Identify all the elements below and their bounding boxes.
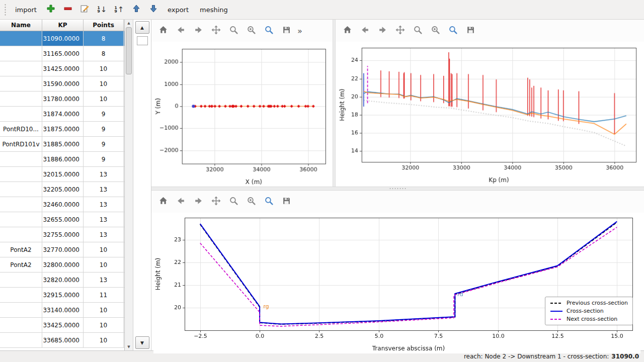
cell-points[interactable]: 13 (84, 167, 124, 182)
toolbar-grip[interactable] (4, 4, 7, 16)
customize-button[interactable] (261, 23, 276, 38)
table-row[interactable]: PontA232770.000010 (0, 242, 124, 257)
table-row[interactable]: 32655.000013 (0, 212, 124, 227)
scrollbar-track[interactable] (125, 27, 133, 343)
save-button[interactable] (463, 23, 478, 38)
back-button[interactable] (357, 23, 372, 38)
cell-kp[interactable]: 31425.0000 (42, 61, 84, 76)
cell-name[interactable] (0, 288, 42, 302)
forward-button[interactable] (375, 23, 390, 38)
export-button[interactable]: export (163, 4, 193, 16)
cell-points[interactable]: 10 (84, 76, 124, 91)
pan-button[interactable] (208, 194, 223, 209)
cell-kp[interactable]: 31165.0000 (42, 46, 84, 61)
plan-plot-canvas[interactable] (153, 43, 332, 187)
cell-points[interactable]: 11 (84, 288, 124, 302)
table-row[interactable]: PontRD10...31875.00009 (0, 122, 124, 137)
profile-plot-canvas[interactable] (338, 43, 643, 185)
cross-section-canvas[interactable] (153, 213, 640, 353)
back-button[interactable] (173, 194, 188, 209)
panel-scroll-up-button[interactable]: ▲ (135, 21, 149, 34)
cell-points[interactable]: 13 (84, 212, 124, 227)
cell-points[interactable]: 9 (84, 107, 124, 121)
cell-points[interactable]: 10 (84, 61, 124, 76)
table-row[interactable]: 31780.000010 (0, 92, 124, 107)
scrollbar-thumb[interactable] (126, 27, 132, 74)
panel-scroll-down-button[interactable]: ▼ (135, 336, 149, 349)
scrollbar-up-button[interactable]: ▲ (125, 20, 133, 27)
cell-kp[interactable]: 33685.0000 (42, 333, 84, 347)
table-row[interactable]: 32205.000013 (0, 182, 124, 197)
zoom-button[interactable] (410, 23, 425, 38)
cell-points[interactable]: 13 (84, 197, 124, 212)
horizontal-splitter[interactable] (151, 187, 644, 191)
table-row[interactable]: 33140.000010 (0, 303, 124, 318)
cell-points[interactable]: 13 (84, 182, 124, 197)
forward-button[interactable] (191, 194, 206, 209)
forward-button[interactable] (191, 23, 206, 38)
cell-name[interactable] (0, 273, 42, 287)
cell-kp[interactable]: 32015.0000 (42, 167, 84, 182)
cell-name[interactable] (0, 61, 42, 76)
zoom-button[interactable] (226, 194, 241, 209)
table-row[interactable]: PontRD101v31885.00009 (0, 137, 124, 152)
table-row[interactable]: PontA232800.000010 (0, 257, 124, 273)
cell-points[interactable]: 8 (84, 31, 124, 46)
cell-name[interactable] (0, 92, 42, 106)
cell-kp[interactable]: 31090.0000 (42, 31, 84, 46)
customize-button[interactable] (445, 23, 460, 38)
table-row[interactable]: 32460.000013 (0, 197, 124, 212)
table-row[interactable]: 32915.000011 (0, 288, 124, 303)
cell-name[interactable] (0, 107, 42, 121)
pan-button[interactable] (392, 23, 408, 38)
cell-kp[interactable]: 32205.0000 (42, 182, 84, 197)
table-row[interactable]: 33685.000010 (0, 333, 124, 348)
back-button[interactable] (173, 23, 188, 38)
cell-name[interactable] (0, 31, 42, 46)
cell-name[interactable] (0, 46, 42, 61)
cell-kp[interactable]: 32800.0000 (42, 257, 84, 272)
home-button[interactable] (155, 194, 171, 209)
import-button[interactable]: import (11, 4, 41, 16)
sort-ascending-button[interactable]: 19 ↑ (112, 3, 127, 17)
cell-points[interactable]: 10 (84, 303, 124, 317)
cell-name[interactable] (0, 197, 42, 212)
cell-points[interactable]: 10 (84, 92, 124, 106)
cell-points[interactable]: 10 (84, 257, 124, 272)
cell-kp[interactable]: 32755.0000 (42, 227, 84, 242)
cell-kp[interactable]: 31590.0000 (42, 76, 84, 91)
cell-name[interactable] (0, 152, 42, 166)
save-button[interactable] (279, 194, 294, 209)
remove-cross-section-button[interactable] (60, 3, 75, 17)
cell-kp[interactable]: 32820.0000 (42, 273, 84, 287)
cell-name[interactable] (0, 227, 42, 242)
cell-points[interactable]: 9 (84, 137, 124, 151)
table-row[interactable]: 32015.000013 (0, 167, 124, 182)
cell-kp[interactable]: 31885.0000 (42, 137, 84, 151)
cell-name[interactable] (0, 167, 42, 182)
cell-name[interactable] (0, 212, 42, 227)
zoom-button[interactable] (226, 23, 241, 38)
cell-kp[interactable]: 32915.0000 (42, 288, 84, 302)
cell-name[interactable]: PontA2 (0, 242, 42, 257)
cell-points[interactable]: 9 (84, 122, 124, 136)
cell-kp[interactable]: 33140.0000 (42, 303, 84, 317)
scrollbar-down-button[interactable]: ▼ (125, 343, 133, 350)
cell-name[interactable] (0, 303, 42, 317)
save-button[interactable] (279, 23, 294, 38)
meshing-button[interactable]: meshing (195, 4, 232, 16)
cell-name[interactable] (0, 182, 42, 197)
cell-kp[interactable]: 31886.0000 (42, 152, 84, 166)
toolbar-extension-button[interactable]: » (297, 26, 302, 36)
table-row[interactable]: 32755.000013 (0, 227, 124, 242)
cell-kp[interactable]: 32770.0000 (42, 242, 84, 257)
cell-kp[interactable]: 33425.0000 (42, 318, 84, 332)
home-button[interactable] (340, 23, 355, 38)
header-name[interactable]: Name (0, 20, 42, 31)
cell-name[interactable] (0, 333, 42, 347)
cell-name[interactable]: PontA2 (0, 257, 42, 272)
cell-name[interactable] (0, 318, 42, 332)
header-kp[interactable]: KP (42, 20, 84, 31)
header-points[interactable]: Points (84, 20, 124, 31)
cell-kp[interactable]: 31780.0000 (42, 92, 84, 106)
